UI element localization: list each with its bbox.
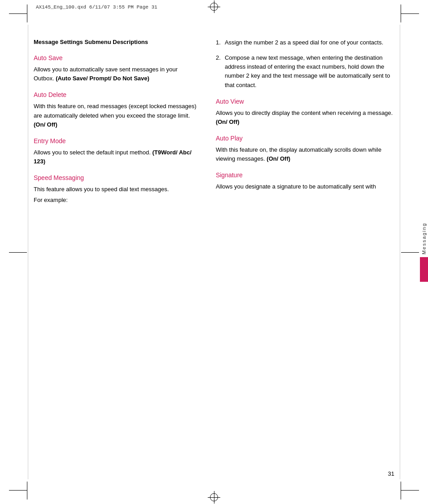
messaging-label: Messaging: [421, 222, 427, 254]
section-heading-entry-mode: Entry Mode: [34, 137, 198, 145]
section-heading-signature: Signature: [216, 171, 394, 179]
main-title: Message Settings Submenu Descriptions: [34, 38, 198, 46]
list-number-2: 2.: [216, 53, 221, 62]
messaging-bar-accent: [420, 257, 428, 282]
list-item-1: 1. Assign the number 2 as a speed dial f…: [216, 38, 394, 47]
crop-mark: [9, 13, 27, 14]
page-number: 31: [388, 470, 394, 477]
header-text: AX145_Eng_100.qxd 6/11/07 3:55 PM Page 3…: [36, 4, 157, 10]
right-column: 1. Assign the number 2 as a speed dial f…: [207, 25, 394, 479]
crop-mark: [401, 490, 419, 491]
content-area: Message Settings Submenu Descriptions Au…: [34, 25, 394, 479]
list-number-1: 1.: [216, 38, 221, 47]
section-heading-auto-delete: Auto Delete: [34, 91, 198, 98]
section-heading-auto-save: Auto Save: [34, 54, 198, 61]
section-speed-messaging: Speed Messaging This feature allows you …: [34, 174, 198, 205]
crop-mark: [9, 490, 27, 491]
section-heading-auto-play: Auto Play: [216, 135, 394, 142]
crop-mark: [27, 4, 27, 22]
crop-mark: [401, 482, 401, 500]
section-auto-delete: Auto Delete With this feature on, read m…: [34, 91, 198, 129]
numbered-list: 1. Assign the number 2 as a speed dial f…: [216, 38, 394, 90]
list-text-2: Compose a new text message, when enterin…: [225, 54, 390, 88]
section-body-signature: Allows you designate a signature to be a…: [216, 182, 394, 191]
crop-mark: [27, 482, 27, 500]
page: AX145_Eng_100.qxd 6/11/07 3:55 PM Page 3…: [0, 0, 428, 504]
left-column: Message Settings Submenu Descriptions Au…: [34, 25, 207, 479]
section-signature: Signature Allows you designate a signatu…: [216, 171, 394, 191]
crop-mark: [9, 252, 27, 253]
section-heading-speed-messaging: Speed Messaging: [34, 174, 198, 181]
section-heading-auto-view: Auto View: [216, 98, 394, 105]
main-title-text: Message Settings Submenu Descriptions: [34, 39, 148, 45]
left-border: [28, 25, 28, 479]
section-entry-mode: Entry Mode Allows you to select the defa…: [34, 137, 198, 166]
messaging-tab: Messaging: [420, 222, 428, 281]
section-body-speed-messaging-2: For example:: [34, 196, 198, 205]
registration-mark: [210, 3, 218, 11]
section-body-auto-play: With this feature on, the display automa…: [216, 145, 394, 163]
section-auto-save: Auto Save Allows you to automatically sa…: [34, 54, 198, 83]
section-body-auto-save: Allows you to automatically save sent me…: [34, 65, 198, 83]
section-body-auto-view: Allows you to directly display the conte…: [216, 109, 394, 127]
section-body-auto-delete: With this feature on, read messages (exc…: [34, 102, 198, 129]
section-auto-view: Auto View Allows you to directly display…: [216, 98, 394, 127]
list-text-1: Assign the number 2 as a speed dial for …: [225, 39, 383, 46]
right-border: [400, 25, 400, 479]
section-auto-play: Auto Play With this feature on, the disp…: [216, 135, 394, 163]
list-item-2: 2. Compose a new text message, when ente…: [216, 53, 394, 90]
section-body-entry-mode: Allows you to select the default input m…: [34, 148, 198, 166]
registration-mark: [210, 493, 218, 501]
crop-mark: [401, 252, 419, 253]
section-body-speed-messaging-1: This feature allows you to speed dial te…: [34, 185, 198, 194]
crop-mark: [401, 13, 419, 14]
crop-mark: [401, 4, 401, 22]
